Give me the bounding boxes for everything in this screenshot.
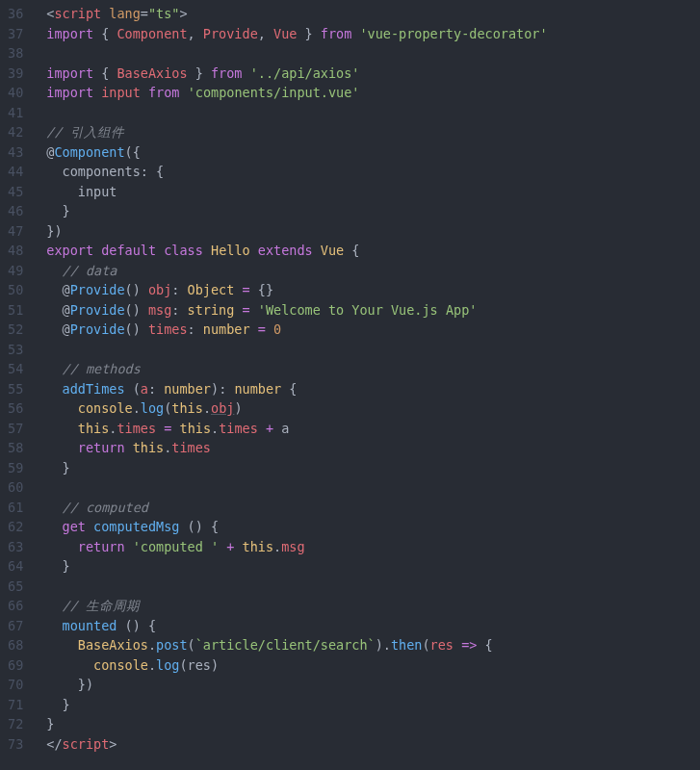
- token: Provide: [70, 321, 125, 337]
- token: times: [171, 440, 211, 455]
- token: '../api/axios': [250, 65, 360, 81]
- token: 'computed ': [133, 539, 219, 554]
- token: import: [46, 65, 93, 81]
- token: then: [391, 637, 423, 653]
- code-line[interactable]: </script>: [46, 734, 700, 755]
- token: log: [156, 657, 179, 673]
- token: input: [101, 85, 141, 100]
- token: 'vue-property-decorator': [359, 26, 547, 41]
- token: [125, 440, 133, 455]
- token: (): [125, 321, 148, 337]
- code-line[interactable]: }: [46, 695, 700, 715]
- token: import: [46, 26, 93, 41]
- token: }: [46, 460, 69, 475]
- line-number: 49: [8, 261, 23, 281]
- code-line[interactable]: import { Component, Provide, Vue } from …: [46, 24, 700, 44]
- code-area[interactable]: <script lang="ts">import { Component, Pr…: [37, 0, 700, 770]
- code-line[interactable]: }): [46, 221, 700, 242]
- token: [46, 421, 78, 436]
- code-line[interactable]: // computed: [46, 498, 700, 518]
- code-line[interactable]: }: [46, 458, 700, 478]
- code-line[interactable]: console.log(res): [46, 655, 700, 676]
- token: .: [133, 400, 141, 416]
- line-number: 44: [8, 162, 23, 182]
- token: [243, 65, 250, 81]
- code-line[interactable]: [46, 477, 700, 498]
- code-line[interactable]: }: [46, 556, 700, 577]
- code-line[interactable]: // 生命周期: [46, 596, 700, 616]
- code-line[interactable]: get computedMsg () {: [46, 517, 700, 537]
- token: [93, 85, 101, 100]
- line-number: 64: [8, 556, 23, 577]
- token: [250, 321, 258, 337]
- token: Provide: [70, 282, 125, 297]
- code-line[interactable]: // data: [46, 261, 700, 281]
- code-line[interactable]: [46, 43, 700, 64]
- code-line[interactable]: import input from 'components/input.vue': [46, 83, 700, 103]
- code-line[interactable]: [46, 103, 700, 123]
- code-line[interactable]: BaseAxios.post(`article/client/search`).…: [46, 635, 700, 655]
- token: [454, 637, 461, 653]
- line-number: 38: [8, 43, 23, 64]
- code-line[interactable]: addTimes (a: number): number {: [46, 379, 700, 399]
- code-line[interactable]: return this.times: [46, 438, 700, 458]
- line-number: 36: [8, 4, 23, 24]
- line-number: 46: [8, 201, 23, 221]
- token: ):: [211, 381, 234, 397]
- line-number: 71: [8, 695, 23, 715]
- code-line[interactable]: this.times = this.times + a: [46, 419, 700, 439]
- token: // computed: [63, 500, 148, 515]
- token: }: [46, 716, 54, 732]
- code-line[interactable]: @Provide() obj: Object = {}: [46, 280, 700, 300]
- token: [46, 440, 78, 455]
- code-line[interactable]: }): [46, 675, 700, 695]
- line-number: 48: [8, 241, 23, 261]
- token: =: [258, 321, 266, 337]
- token: [156, 421, 164, 436]
- line-number: 60: [8, 477, 23, 498]
- token: >: [180, 6, 188, 21]
- token: (): [125, 302, 148, 318]
- token: res: [430, 637, 454, 653]
- token: a: [141, 381, 148, 397]
- token: .: [148, 637, 156, 653]
- code-line[interactable]: [46, 340, 700, 360]
- token: "ts": [148, 6, 180, 21]
- code-line[interactable]: @Component({: [46, 142, 700, 163]
- code-line[interactable]: import { BaseAxios } from '../api/axios': [46, 64, 700, 84]
- code-line[interactable]: return 'computed ' + this.msg: [46, 537, 700, 557]
- token: this: [133, 440, 165, 455]
- line-number: 62: [8, 517, 23, 537]
- code-line[interactable]: <script lang="ts">: [46, 4, 700, 24]
- line-number: 51: [8, 300, 23, 321]
- token: obj: [148, 282, 171, 297]
- token: Vue: [273, 26, 297, 41]
- code-line[interactable]: @Provide() msg: string = 'Welcome to You…: [46, 300, 700, 321]
- code-line[interactable]: input: [46, 182, 700, 202]
- token: {}: [250, 282, 273, 297]
- token: ,: [258, 26, 273, 41]
- token: // 生命周期: [63, 598, 140, 613]
- code-line[interactable]: console.log(this.obj): [46, 398, 700, 419]
- code-line[interactable]: mounted () {: [46, 616, 700, 636]
- code-line[interactable]: export default class Hello extends Vue {: [46, 241, 700, 261]
- token: [46, 381, 62, 397]
- line-number: 43: [8, 142, 23, 163]
- token: obj: [211, 400, 234, 416]
- token: {: [477, 637, 492, 653]
- code-editor[interactable]: 3637383940414243444546474849505152535455…: [0, 0, 700, 770]
- code-line[interactable]: }: [46, 714, 700, 734]
- code-line[interactable]: // 引入组件: [46, 122, 700, 142]
- code-line[interactable]: components: {: [46, 162, 700, 182]
- code-line[interactable]: [46, 577, 700, 597]
- token: +: [266, 421, 273, 436]
- token: [234, 302, 242, 318]
- token: 0: [273, 321, 281, 337]
- token: BaseAxios: [78, 637, 148, 653]
- token: () {: [117, 618, 156, 633]
- code-line[interactable]: // methods: [46, 359, 700, 379]
- code-line[interactable]: }: [46, 201, 700, 221]
- token: Component: [54, 144, 124, 160]
- code-line[interactable]: @Provide() times: number = 0: [46, 320, 700, 340]
- line-number: 65: [8, 577, 23, 597]
